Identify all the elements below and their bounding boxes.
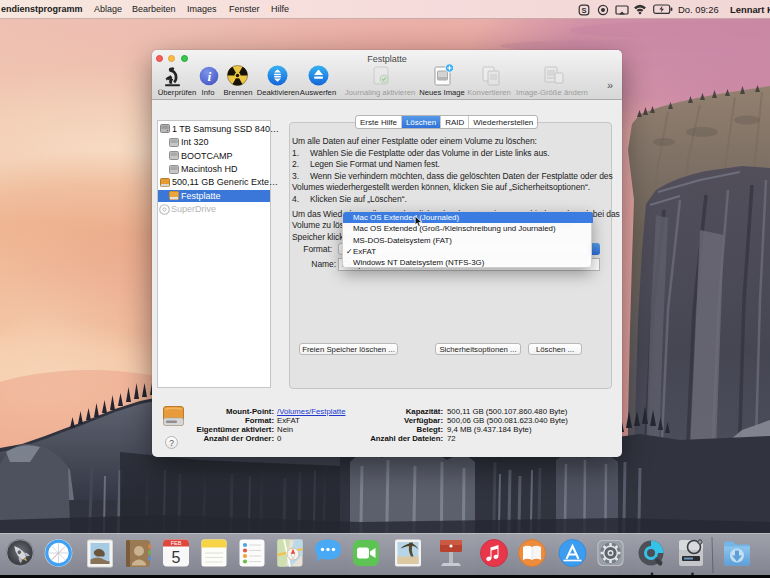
svg-text:S: S — [581, 6, 586, 15]
svg-text:i: i — [208, 69, 212, 84]
svg-text:5: 5 — [172, 549, 181, 566]
svg-text:FEB: FEB — [171, 540, 182, 546]
